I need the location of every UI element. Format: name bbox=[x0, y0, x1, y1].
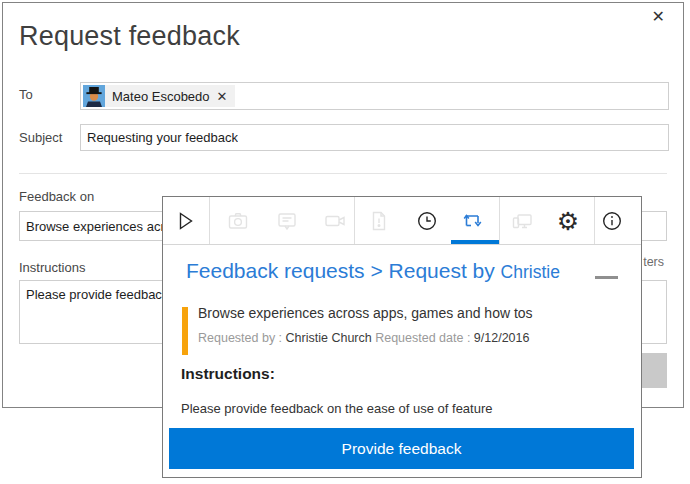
feedback-on-value: Browse experiences across bbox=[20, 219, 185, 234]
instructions-text: Please provide feedback on the ease of u… bbox=[181, 401, 493, 416]
request-meta: Requested by : Christie Church Requested… bbox=[198, 331, 529, 345]
recipient-chip[interactable]: Mateo Escobedo ✕ bbox=[83, 85, 235, 107]
play-icon[interactable] bbox=[171, 207, 199, 235]
requested-date-value: 9/12/2016 bbox=[474, 331, 530, 345]
selected-tab-underline bbox=[451, 240, 499, 244]
document-alert-icon[interactable] bbox=[365, 207, 393, 235]
remove-recipient-icon[interactable]: ✕ bbox=[217, 89, 228, 104]
request-accent-bar bbox=[182, 307, 188, 355]
subject-value: Requesting your feedback bbox=[81, 130, 238, 145]
breadcrumb[interactable]: Feedback requests > Request by Christie bbox=[186, 259, 560, 283]
page-title: Request feedback bbox=[19, 21, 240, 52]
requested-by-value: Christie Church bbox=[286, 331, 372, 345]
video-camera-icon[interactable] bbox=[321, 207, 349, 235]
repeat-icon[interactable] bbox=[458, 207, 486, 235]
breadcrumb-requester-name: Christie bbox=[501, 262, 560, 282]
toolbar-separator bbox=[354, 197, 355, 244]
camera-icon[interactable] bbox=[224, 207, 252, 235]
provide-feedback-button[interactable]: Provide feedback bbox=[169, 428, 634, 469]
to-input[interactable]: Mateo Escobedo ✕ bbox=[80, 82, 669, 110]
info-icon[interactable] bbox=[598, 207, 626, 235]
history-clock-icon[interactable] bbox=[413, 207, 441, 235]
instructions-label: Instructions bbox=[19, 260, 85, 275]
toolbar-separator bbox=[499, 197, 500, 244]
toolbar: ⚙ bbox=[163, 197, 641, 245]
minimize-icon[interactable] bbox=[595, 276, 618, 279]
comment-icon[interactable] bbox=[273, 207, 301, 235]
to-label: To bbox=[19, 87, 33, 102]
settings-gear-icon[interactable]: ⚙ bbox=[554, 207, 582, 235]
avatar bbox=[83, 85, 105, 107]
request-title: Browse experiences across apps, games an… bbox=[198, 305, 533, 321]
requested-date-label: Requested date : bbox=[372, 331, 474, 345]
feedback-request-panel: ⚙ Feedback requests > Request by Christi… bbox=[162, 196, 642, 478]
breadcrumb-path: Feedback requests > Request by bbox=[186, 259, 501, 282]
instructions-heading: Instructions: bbox=[181, 365, 275, 383]
requested-by-label: Requested by : bbox=[198, 331, 286, 345]
devices-icon[interactable] bbox=[508, 207, 536, 235]
subject-input[interactable]: Requesting your feedback bbox=[80, 124, 669, 151]
recipient-name: Mateo Escobedo bbox=[112, 89, 210, 104]
subject-label: Subject bbox=[19, 130, 62, 145]
section-divider bbox=[19, 173, 667, 174]
toolbar-separator bbox=[209, 197, 210, 244]
characters-counter: ters bbox=[643, 255, 664, 269]
close-icon[interactable]: ✕ bbox=[648, 7, 669, 27]
feedback-on-label: Feedback on bbox=[19, 189, 94, 204]
toolbar-separator bbox=[594, 197, 595, 244]
